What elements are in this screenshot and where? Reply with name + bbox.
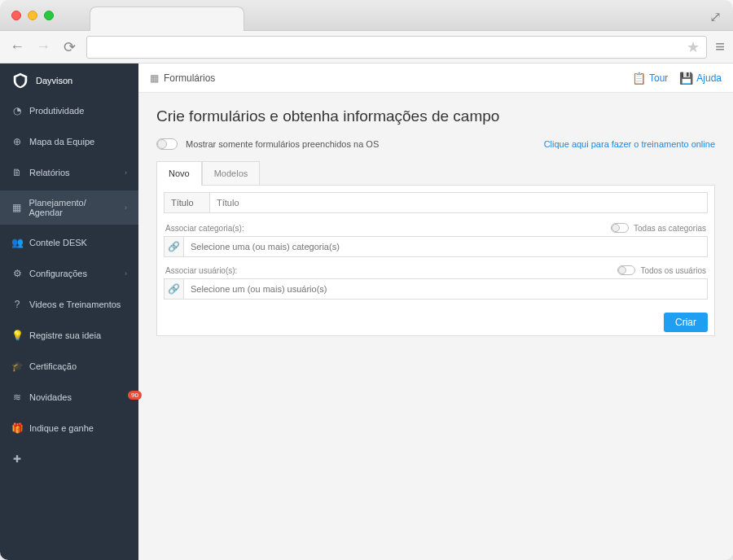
sidebar-item-certificacao[interactable]: 🎓 Certificação: [0, 353, 138, 379]
users-icon: 👥: [11, 237, 23, 248]
form-panel: Título Associar categoria(s): Todas as c…: [156, 185, 715, 336]
sidebar-item-relatorios[interactable]: 🗎 Relatórios ›: [0, 160, 138, 186]
browser-menu-icon[interactable]: ≡: [715, 37, 725, 56]
sidebar-item-label: Registre sua ideia: [29, 330, 101, 340]
create-button[interactable]: Criar: [664, 313, 708, 332]
sidebar-item-videos[interactable]: ? Videos e Treinamentos: [0, 291, 138, 317]
browser-window: ⤢ ← → ⟳ ★ ≡ Dayvison ◔ Produtividade ⊕ M…: [0, 0, 733, 560]
sidebar-item-indique[interactable]: 🎁 Indique e ganhe: [0, 415, 138, 441]
gear-icon: ⚙: [11, 268, 23, 279]
sidebar-item-label: Certificação: [29, 361, 77, 371]
all-users-toggle[interactable]: [617, 265, 635, 275]
file-icon: 🗎: [11, 167, 23, 178]
grid-icon: ▦: [150, 72, 159, 84]
sidebar-item-label: Planejamento/ Agendar: [29, 198, 118, 217]
save-icon: 💾: [679, 72, 693, 85]
title-field: Título: [164, 192, 708, 213]
sidebar-item-add[interactable]: ✚: [0, 446, 138, 472]
badge: 90: [128, 391, 142, 400]
window-maximize-icon[interactable]: [44, 11, 54, 20]
link-icon: 🔗: [165, 279, 184, 299]
tab-novo[interactable]: Novo: [156, 161, 202, 185]
bookmark-star-icon[interactable]: ★: [687, 38, 700, 56]
sidebar: Dayvison ◔ Produtividade ⊕ Mapa da Equip…: [0, 63, 138, 560]
chevron-right-icon: ›: [125, 203, 127, 212]
page-header: ▦ Formulários 📋 Tour 💾 Ajuda: [138, 63, 733, 93]
grid-icon: ▦: [11, 202, 22, 213]
window-close-icon[interactable]: [11, 11, 21, 20]
browser-toolbar: ← → ⟳ ★ ≡: [0, 31, 733, 63]
toggle-label: Mostrar somente formulários preenchidos …: [186, 139, 379, 149]
sidebar-item-label: Indique e ganhe: [29, 423, 94, 433]
back-button[interactable]: ←: [8, 38, 26, 55]
assoc-user: Associar usuário(s): Todos os usuários 🔗: [157, 262, 714, 304]
sidebar-item-label: Videos e Treinamentos: [29, 300, 121, 309]
tab-modelos[interactable]: Modelos: [202, 161, 261, 185]
help-icon: ?: [11, 299, 23, 310]
address-bar[interactable]: ★: [86, 36, 707, 59]
sidebar-user[interactable]: Dayvison: [0, 63, 138, 98]
sidebar-user-name: Dayvison: [36, 76, 72, 85]
sidebar-item-novidades[interactable]: ≋ Novidades 90: [0, 384, 138, 410]
link-icon: 🔗: [165, 237, 184, 256]
window-minimize-icon[interactable]: [28, 11, 37, 20]
sidebar-item-label: Mapa da Equipe: [29, 137, 94, 147]
gauge-icon: ◔: [11, 105, 23, 116]
assoc-category: Associar categoria(s): Todas as categori…: [157, 220, 714, 262]
app-logo-icon: [11, 72, 29, 90]
all-users-label: Todos os usuários: [640, 266, 706, 275]
sidebar-item-mapa[interactable]: ⊕ Mapa da Equipe: [0, 129, 138, 155]
gift-icon: 🎁: [11, 422, 23, 434]
sidebar-item-label: Contele DESK: [29, 238, 87, 247]
user-select[interactable]: [184, 279, 707, 299]
sidebar-item-desk[interactable]: 👥 Contele DESK: [0, 230, 138, 256]
sidebar-item-label: Relatórios: [29, 168, 70, 177]
graduation-icon: 🎓: [11, 361, 23, 372]
assoc-category-label: Associar categoria(s):: [165, 224, 244, 233]
title-input[interactable]: [210, 193, 707, 212]
forward-button: →: [34, 38, 52, 55]
training-link[interactable]: Clique aqui para fazer o treinamento onl…: [544, 139, 715, 149]
clipboard-icon: 📋: [632, 72, 646, 85]
browser-tab[interactable]: [90, 7, 244, 31]
category-select[interactable]: [184, 237, 707, 256]
sidebar-item-label: Configurações: [29, 269, 87, 278]
all-categories-toggle[interactable]: [611, 223, 629, 233]
title-label: Título: [165, 193, 210, 212]
all-categories-label: Todas as categorias: [634, 224, 706, 233]
lightbulb-icon: 💡: [11, 330, 23, 341]
titlebar: ⤢: [0, 0, 733, 31]
rss-icon: ≋: [11, 392, 23, 403]
help-link[interactable]: 💾 Ajuda: [679, 72, 722, 85]
tabs: Novo Modelos: [156, 161, 715, 185]
plus-icon: ✚: [11, 453, 23, 465]
chevron-right-icon: ›: [125, 269, 127, 278]
sidebar-item-label: Produtividade: [29, 106, 84, 116]
sidebar-item-ideia[interactable]: 💡 Registre sua ideia: [0, 322, 138, 348]
sidebar-item-produtividade[interactable]: ◔ Produtividade: [0, 98, 138, 124]
assoc-user-label: Associar usuário(s):: [165, 266, 237, 275]
filter-os-toggle[interactable]: [156, 138, 178, 150]
main-area: ▦ Formulários 📋 Tour 💾 Ajuda Crie formul…: [138, 63, 733, 560]
expand-icon[interactable]: ⤢: [709, 8, 722, 26]
page-title: Formulários: [164, 72, 215, 84]
sidebar-item-config[interactable]: ⚙ Configurações ›: [0, 260, 138, 287]
reload-button[interactable]: ⟳: [60, 38, 78, 56]
chevron-right-icon: ›: [125, 168, 127, 177]
page-heading: Crie formulários e obtenha informações d…: [156, 107, 715, 125]
tour-link[interactable]: 📋 Tour: [632, 72, 668, 85]
sidebar-item-planejamento[interactable]: ▦ Planejamento/ Agendar ›: [0, 190, 138, 225]
sidebar-item-label: Novidades: [29, 392, 72, 402]
globe-icon: ⊕: [11, 136, 23, 147]
